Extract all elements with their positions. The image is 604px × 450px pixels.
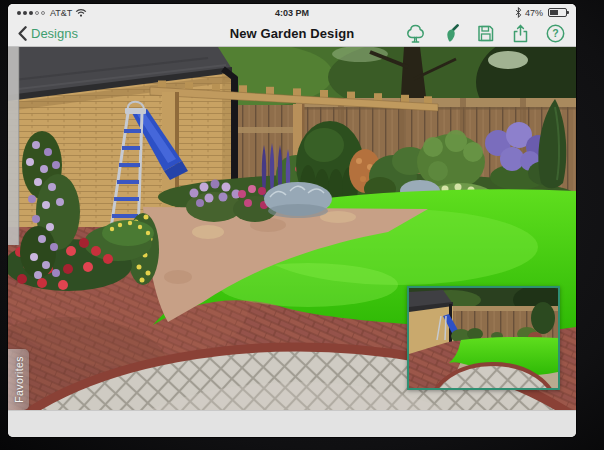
design-canvas[interactable]: Favorites (8, 47, 576, 410)
original-photo-image (409, 288, 558, 388)
share-button[interactable] (510, 23, 531, 44)
bottom-toolbar (8, 410, 576, 437)
status-bar: AT&T 4:03 PM 47% (8, 4, 576, 21)
help-glyph: ? (552, 27, 558, 39)
original-photo-thumbnail[interactable] (407, 286, 560, 390)
clock: 4:03 PM (8, 8, 576, 18)
share-icon (510, 23, 531, 44)
trowel-icon (440, 23, 461, 44)
back-label: Designs (31, 26, 78, 41)
save-icon (475, 23, 496, 44)
help-button[interactable]: ? (545, 23, 566, 44)
help-icon: ? (545, 23, 566, 44)
battery-icon (548, 8, 567, 17)
favorites-tab-label: Favorites (13, 356, 25, 403)
navigation-bar: Designs New Garden Design (8, 21, 576, 47)
bluetooth-icon (515, 7, 522, 18)
back-chevron-icon (18, 26, 27, 41)
favorites-tab[interactable]: Favorites (8, 349, 29, 410)
status-right: 47% (515, 7, 567, 18)
edit-tool-button[interactable] (440, 23, 461, 44)
carrier-label: AT&T (50, 8, 72, 18)
toolbar-actions: ? (405, 23, 566, 44)
wifi-icon (75, 8, 87, 17)
back-button[interactable]: Designs (18, 26, 78, 41)
battery-percent: 47% (525, 8, 543, 18)
save-button[interactable] (475, 23, 496, 44)
tree-icon (405, 23, 426, 44)
app-window: AT&T 4:03 PM 47% Designs New Garden Desi… (8, 4, 576, 437)
signal-strength-icon (17, 11, 45, 15)
status-left: AT&T (17, 8, 87, 18)
add-plant-button[interactable] (405, 23, 426, 44)
